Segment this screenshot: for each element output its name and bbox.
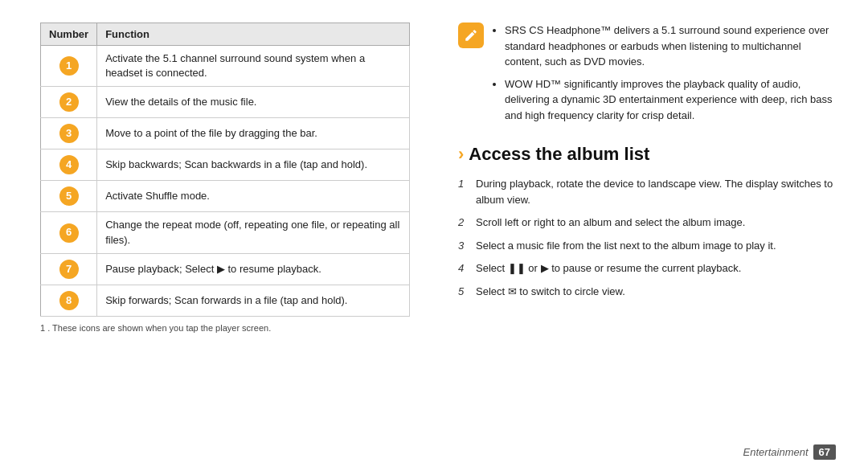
row-function: Skip backwards; Scan backwards in a file… bbox=[97, 149, 410, 181]
row-number: 8 bbox=[41, 285, 97, 316]
step-item: 2Scroll left or right to an album and se… bbox=[458, 215, 836, 231]
step-text: Select ✉ to switch to circle view. bbox=[476, 284, 836, 300]
note-icon bbox=[458, 23, 484, 48]
steps-list: 1During playback, rotate the device to l… bbox=[458, 176, 836, 306]
step-number: 3 bbox=[458, 238, 469, 254]
row-function: Move to a point of the file by dragging … bbox=[97, 118, 410, 149]
number-badge: 1 bbox=[59, 56, 79, 76]
number-badge: 5 bbox=[59, 186, 79, 206]
step-item: 1During playback, rotate the device to l… bbox=[458, 176, 836, 207]
row-number: 6 bbox=[41, 212, 97, 253]
section-title-text: Access the album list bbox=[469, 144, 649, 165]
chevron-icon: › bbox=[458, 144, 464, 165]
left-panel: Number Function 1Activate the 5.1 channe… bbox=[0, 0, 434, 471]
page-footer: Entertainment 67 bbox=[743, 444, 836, 460]
step-item: 5Select ✉ to switch to circle view. bbox=[458, 284, 836, 300]
step-item: 3Select a music file from the list next … bbox=[458, 238, 836, 254]
table-row: 5Activate Shuffle mode. bbox=[41, 181, 410, 212]
function-table: Number Function 1Activate the 5.1 channe… bbox=[40, 23, 410, 317]
table-row: 2View the details of the music file. bbox=[41, 87, 410, 118]
page-number: 67 bbox=[813, 444, 836, 460]
right-panel: SRS CS Headphone™ delivers a 5.1 surroun… bbox=[434, 0, 868, 471]
step-number: 4 bbox=[458, 260, 469, 276]
table-row: 4Skip backwards; Scan backwards in a fil… bbox=[41, 149, 410, 181]
row-number: 3 bbox=[41, 118, 97, 149]
table-row: 1Activate the 5.1 channel surround sound… bbox=[41, 46, 410, 87]
table-row: 8Skip forwards; Scan forwards in a file … bbox=[41, 285, 410, 316]
row-function: Activate the 5.1 channel surround sound … bbox=[97, 46, 410, 87]
step-item: 4Select ❚❚ or ▶ to pause or resume the c… bbox=[458, 260, 836, 276]
table-footnote: 1 . These icons are shown when you tap t… bbox=[40, 323, 410, 333]
number-badge: 2 bbox=[59, 92, 79, 112]
note-bullet-2: WOW HD™ significantly improves the playb… bbox=[505, 76, 836, 124]
note-bullet-1: SRS CS Headphone™ delivers a 5.1 surroun… bbox=[505, 23, 836, 70]
footer-label: Entertainment bbox=[743, 446, 809, 458]
row-number: 1 bbox=[41, 46, 97, 87]
pen-icon bbox=[464, 28, 478, 43]
number-badge: 7 bbox=[59, 260, 79, 279]
row-function: View the details of the music file. bbox=[97, 87, 410, 118]
row-number: 4 bbox=[41, 149, 97, 181]
note-box: SRS CS Headphone™ delivers a 5.1 surroun… bbox=[458, 23, 836, 129]
row-function: Activate Shuffle mode. bbox=[97, 181, 410, 212]
step-text: Scroll left or right to an album and sel… bbox=[476, 215, 836, 231]
row-number: 7 bbox=[41, 253, 97, 285]
step-number: 5 bbox=[458, 284, 469, 300]
step-number: 1 bbox=[458, 176, 469, 192]
section-title: › Access the album list bbox=[458, 144, 836, 165]
row-function: Pause playback; Select ▶ to resume playb… bbox=[97, 253, 410, 285]
col-header-function: Function bbox=[97, 23, 410, 46]
row-number: 2 bbox=[41, 87, 97, 118]
step-text: Select ❚❚ or ▶ to pause or resume the cu… bbox=[476, 260, 836, 276]
number-badge: 8 bbox=[59, 291, 79, 310]
table-row: 3Move to a point of the file by dragging… bbox=[41, 118, 410, 149]
step-number: 2 bbox=[458, 215, 469, 231]
col-header-number: Number bbox=[41, 23, 97, 46]
number-badge: 6 bbox=[59, 223, 79, 243]
row-number: 5 bbox=[41, 181, 97, 212]
row-function: Change the repeat mode (off, repeating o… bbox=[97, 212, 410, 253]
table-row: 6Change the repeat mode (off, repeating … bbox=[41, 212, 410, 253]
step-text: Select a music file from the list next t… bbox=[476, 238, 836, 254]
table-row: 7Pause playback; Select ▶ to resume play… bbox=[41, 253, 410, 285]
note-text: SRS CS Headphone™ delivers a 5.1 surroun… bbox=[492, 23, 836, 129]
number-badge: 3 bbox=[59, 124, 79, 143]
row-function: Skip forwards; Scan forwards in a file (… bbox=[97, 285, 410, 316]
number-badge: 4 bbox=[59, 155, 79, 174]
step-text: During playback, rotate the device to la… bbox=[476, 176, 836, 207]
